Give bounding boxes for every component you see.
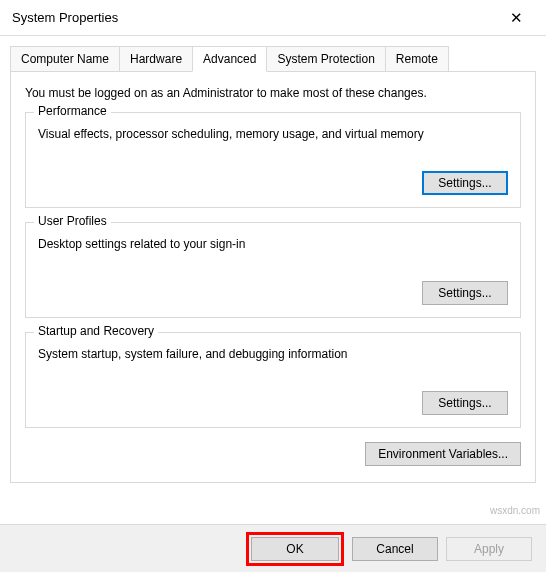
user-profiles-settings-button[interactable]: Settings... [422,281,508,305]
window-title: System Properties [12,10,494,25]
tab-hardware[interactable]: Hardware [119,46,193,71]
environment-variables-button[interactable]: Environment Variables... [365,442,521,466]
cancel-button[interactable]: Cancel [352,537,438,561]
tab-advanced[interactable]: Advanced [192,46,267,72]
content-area: Computer Name Hardware Advanced System P… [0,36,546,524]
startup-recovery-description: System startup, system failure, and debu… [38,347,508,361]
tab-computer-name[interactable]: Computer Name [10,46,120,71]
group-user-profiles-legend: User Profiles [34,214,111,228]
apply-button[interactable]: Apply [446,537,532,561]
intro-text: You must be logged on as an Administrato… [25,86,521,100]
performance-description: Visual effects, processor scheduling, me… [38,127,508,141]
startup-recovery-settings-button[interactable]: Settings... [422,391,508,415]
close-icon[interactable]: ✕ [494,4,538,32]
group-performance-legend: Performance [34,104,111,118]
system-properties-dialog: System Properties ✕ Computer Name Hardwa… [0,0,546,572]
tabpanel-advanced: You must be logged on as an Administrato… [10,71,536,483]
tabs-row: Computer Name Hardware Advanced System P… [10,46,536,71]
group-startup-recovery: Startup and Recovery System startup, sys… [25,332,521,428]
ok-highlight-box: OK [246,532,344,566]
performance-settings-button[interactable]: Settings... [422,171,508,195]
group-startup-recovery-legend: Startup and Recovery [34,324,158,338]
dialog-footer: OK Cancel Apply [0,524,546,572]
ok-button[interactable]: OK [251,537,339,561]
tab-system-protection[interactable]: System Protection [266,46,385,71]
group-user-profiles: User Profiles Desktop settings related t… [25,222,521,318]
group-performance: Performance Visual effects, processor sc… [25,112,521,208]
titlebar: System Properties ✕ [0,0,546,36]
tab-remote[interactable]: Remote [385,46,449,71]
user-profiles-description: Desktop settings related to your sign-in [38,237,508,251]
